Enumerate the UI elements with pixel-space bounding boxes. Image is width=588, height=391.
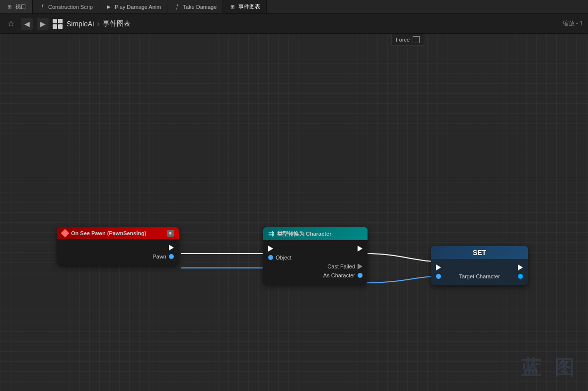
object-row: Object [263,253,368,262]
as-character-label: As Character [323,272,355,278]
node-close-button[interactable]: ■ [167,230,174,237]
cast-exec-out-pin [358,246,363,252]
tab-event-graph[interactable]: ⊞ 事件图表 [223,0,267,13]
forward-button[interactable]: ▶ [37,18,49,30]
cast-failed-pin [358,263,363,269]
node-on-see-pawn[interactable]: On See Pawn (PawnSensing) ■ Pawn [57,227,179,265]
event-graph-icon: ⊞ [229,3,236,10]
tab-construction[interactable]: ƒ Construction Scrip [33,0,99,13]
target-character-out-pin [518,274,523,279]
node-set[interactable]: SET Target Character [431,246,528,285]
take-damage-icon: ƒ [173,3,180,10]
force-label: Force [396,37,410,43]
node-cast-character[interactable]: ⇉ 类型转换为 Character Object Cast Failed As … [263,227,368,284]
pawn-pin [169,254,174,259]
force-checkbox [413,36,420,43]
object-pin [268,255,273,260]
canvas-area[interactable]: Force On See Pawn (PawnSensing) ■ Pawn [0,34,588,391]
cast-icon: ⇉ [268,230,274,238]
as-character-row: As Character [263,271,368,280]
favorite-button[interactable]: ☆ [5,18,17,30]
construction-icon: ƒ [39,3,46,10]
connections-svg [0,34,588,391]
back-button[interactable]: ◀ [21,18,33,30]
home-grid-icon[interactable] [53,19,63,29]
node-cast-header: ⇉ 类型转换为 Character [263,227,368,240]
node-cast-title: 类型转换为 Character [277,230,331,238]
viewport-icon: ⊞ [6,3,13,10]
target-character-in-pin [436,274,441,279]
set-exec-row [431,263,528,272]
object-label: Object [276,255,292,261]
breadcrumb: SimpleAi › 事件图表 [67,19,131,28]
tab-bar: ⊞ 视口 ƒ Construction Scrip ▶ Play Damage … [0,0,588,14]
canvas-divider [0,178,588,178]
node-set-header: SET [431,246,528,259]
tab-viewport[interactable]: ⊞ 视口 [0,0,33,13]
pawn-row: Pawn [57,252,179,261]
tab-play-damage[interactable]: ▶ Play Damage Anim [99,0,168,13]
breadcrumb-bar: ☆ ◀ ▶ SimpleAi › 事件图表 缩放 - 1 [0,14,588,34]
set-exec-out-pin [518,264,523,270]
node-on-see-pawn-header: On See Pawn (PawnSensing) ■ [57,227,179,239]
cast-failed-label: Cast Failed [327,263,355,269]
as-character-pin [358,273,363,278]
node-set-body: Target Character [431,259,528,285]
breadcrumb-separator: › [97,19,99,28]
diamond-icon [61,229,70,238]
exec-out-pin [169,245,174,251]
set-exec-in-pin [436,264,441,270]
blueprint-watermark: 蓝 图 [521,354,578,381]
node-set-title: SET [473,249,486,257]
play-damage-icon: ▶ [105,3,112,10]
target-character-label: Target Character [459,273,500,279]
cast-failed-row: Cast Failed [263,262,368,271]
breadcrumb-page: 事件图表 [103,19,131,28]
cast-exec-row [263,244,368,253]
pawn-label: Pawn [152,254,166,260]
node-on-see-pawn-title: On See Pawn (PawnSensing) [71,230,147,236]
node-cast-body: Object Cast Failed As Character [263,240,368,284]
exec-out-row [57,243,179,252]
node-on-see-pawn-body: Pawn [57,239,179,265]
cast-exec-in-pin [268,246,273,252]
force-node-snippet: Force [391,34,424,46]
breadcrumb-project[interactable]: SimpleAi [67,20,94,28]
tab-take-damage[interactable]: ƒ Take Damage [167,0,223,13]
target-character-row: Target Character [431,272,528,281]
zoom-label: 缩放 - 1 [563,19,583,28]
